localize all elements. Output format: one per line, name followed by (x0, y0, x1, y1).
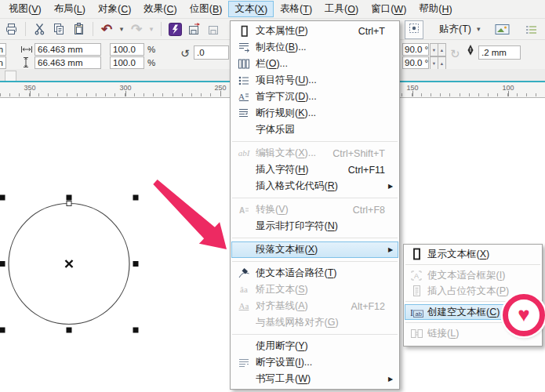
menu-item-label: 字体乐园 (256, 123, 385, 136)
ellipse-node[interactable] (67, 201, 71, 206)
text-menu-item-insert-character[interactable]: 插入字符(H)Ctrl+F11 (231, 162, 398, 178)
object-width-field[interactable]: 66.463 mm (35, 43, 101, 56)
text-menu-item-insert-formatting-code[interactable]: 插入格式化代码(R)▶ (231, 178, 398, 194)
menu-item-shortcut: Alt+F12 (351, 301, 388, 312)
text-menu-item-edit-text[interactable]: abI编辑文本(X)...Ctrl+Shift+T (231, 145, 398, 162)
copy-icon[interactable] (49, 20, 68, 38)
text-menu-item-align-to-baseline[interactable]: Aa对齐基线(A)Alt+F12 (231, 298, 398, 314)
undo-icon[interactable]: ↶ (97, 20, 116, 38)
menubar-item-9[interactable]: 窗口(W) (365, 1, 412, 17)
export-icon[interactable] (205, 20, 223, 38)
text-menu-item-hyphenation-settings[interactable]: 断字设置(I)... (231, 354, 398, 371)
hyphen-settings-icon (232, 358, 256, 368)
y-position-field[interactable]: n (0, 56, 6, 69)
menubar: 视图(V)布局(L)对象(C)效果(C)位图(B)文本(X)表格(T)工具(O)… (0, 0, 545, 19)
menu-separator (405, 262, 540, 267)
x-position-field[interactable]: m (0, 43, 6, 56)
menu-item-shortcut: Ctrl+Shift+T (332, 148, 388, 159)
ruler-major-tick (220, 91, 221, 96)
rotate-icon: ↺ (180, 47, 190, 60)
object-center-marker[interactable] (66, 260, 73, 267)
menu-item-label: 文本属性(P) (256, 24, 358, 38)
menu-separator (232, 138, 398, 145)
menubar-item-2[interactable]: 布局(L) (48, 1, 92, 17)
menu-item-label: 插入字符(H) (256, 163, 348, 176)
text-menu-item-straighten-text[interactable]: âa矫正文本(S) (231, 281, 398, 298)
scale-width-field[interactable]: 100.0 (110, 43, 144, 56)
outline-pen-icon (466, 44, 475, 56)
drop-cap-icon: A (232, 91, 256, 103)
object-width-icon (20, 45, 33, 53)
menu-item-label: 显示非打印字符(N) (256, 220, 385, 233)
menu-item-label: 断字设置(I)... (256, 356, 385, 369)
snap-to-button[interactable]: 贴齐(T) ▾ (434, 21, 485, 38)
toolbar-right-group: 贴齐(T) ▾ (405, 19, 542, 40)
text-menu-item-fit-text-to-path[interactable]: 使文本适合路径(T) (231, 265, 398, 281)
menubar-item-10[interactable]: 帮助(H) (412, 1, 458, 17)
document-tab-icon[interactable] (5, 71, 16, 82)
text-menu-item-show-nonprinting-characters[interactable]: 显示非打印字符(N) (231, 218, 398, 234)
text-menu-item-line-break-rules[interactable]: 断行规则(K)... (231, 105, 398, 122)
text-menu-item-text-properties[interactable]: 文本属性(P)Ctrl+T (231, 23, 398, 39)
menu-item-label: 转换(V) (256, 203, 353, 216)
straighten-text-icon: âa (232, 285, 256, 294)
object-height-field[interactable]: 66.463 mm (35, 56, 101, 69)
image-adjust-icon[interactable] (493, 20, 512, 39)
spinner-up-icon[interactable]: ▴ (438, 56, 446, 70)
menu-item-label: 使文本适合框架(I) (427, 269, 528, 282)
redo-dropdown-icon[interactable]: ▾ (147, 20, 156, 38)
menu-item-label: 对齐基线(A) (256, 299, 351, 313)
submenu-item-show-text-frame[interactable]: 显示文本框(X) (405, 246, 541, 262)
chevron-down-icon: ▾ (477, 26, 481, 33)
options-list-icon[interactable] (522, 20, 541, 39)
menu-item-label: 插入格式化代码(R) (256, 180, 385, 193)
menubar-item-5[interactable]: 位图(B) (183, 1, 229, 17)
menubar-item-1[interactable]: 视图(V) (2, 1, 48, 17)
text-menu-item-writing-tools[interactable]: 书写工具(W)▶ (231, 371, 398, 387)
submenu-arrow-icon: ▶ (388, 246, 398, 253)
coreldraw-window: 视图(V)布局(L)对象(C)效果(C)位图(B)文本(X)表格(T)工具(O)… (0, 0, 545, 392)
line-break-rules-icon (232, 107, 256, 119)
text-menu-item-tab-settings[interactable]: 制表位(B)... (231, 39, 398, 56)
submenu-item-fit-text-to-frame[interactable]: A使文本适合框架(I) (405, 267, 541, 283)
menu-item-label: 项目符号(U)... (256, 74, 385, 87)
menu-item-label: 使文本适合路径(T) (256, 267, 385, 280)
menubar-item-6[interactable]: 文本(X) (228, 1, 274, 17)
menubar-item-3[interactable]: 对象(C) (92, 1, 137, 17)
text-menu-item-use-hyphenation[interactable]: 使用断字(Y) (231, 338, 398, 354)
spinner-up-icon[interactable]: ▴ (438, 43, 446, 56)
text-menu-item-columns[interactable]: 栏(O)... (231, 56, 398, 72)
app-launcher-icon[interactable] (165, 20, 184, 38)
menu-item-label: 段落文本框(X) (256, 243, 385, 256)
toolbar-separator (161, 22, 162, 36)
outline-width-field[interactable]: .2 mm (478, 45, 521, 60)
text-menu-item-align-to-baseline-grid[interactable]: 与基线网格对齐(G) (231, 314, 398, 331)
import-icon[interactable] (185, 20, 204, 38)
text-menu-item-drop-cap[interactable]: A首字下沉(D)... (231, 89, 398, 105)
fit-text-to-path-icon (232, 267, 256, 280)
edit-text-icon: abI (232, 149, 256, 158)
menubar-item-4[interactable]: 效果(C) (137, 1, 183, 17)
convert-icon: A (232, 205, 256, 216)
undo-dropdown-icon[interactable]: ▾ (117, 20, 126, 38)
angle-bottom-field[interactable]: 90.0 ° (402, 56, 429, 69)
print-icon[interactable] (2, 20, 20, 38)
text-menu-item-convert[interactable]: A转换(V)Ctrl+F8 (231, 201, 398, 218)
redo-icon[interactable]: ↷ (127, 20, 146, 38)
angle-top-field[interactable]: 90.0 ° (402, 43, 429, 56)
ruler-major-tick (508, 91, 509, 96)
rotation-angle-field[interactable]: .0 (194, 45, 229, 60)
menu-item-label: 编辑文本(X)... (256, 147, 332, 160)
menu-item-label: 首字下沉(D)... (256, 90, 385, 103)
menu-item-label: 使用断字(Y) (256, 339, 385, 353)
menubar-item-8[interactable]: 工具(O) (318, 1, 365, 17)
text-menu-item-font-playground[interactable]: 字体乐园 (231, 122, 398, 138)
text-menu-item-bullets[interactable]: 项目符号(U)... (231, 72, 398, 89)
menubar-item-7[interactable]: 表格(T) (274, 1, 318, 17)
paste-icon[interactable] (69, 20, 88, 38)
scale-height-field[interactable]: 100.0 (110, 56, 144, 69)
menu-item-label: 栏(O)... (256, 57, 385, 71)
cut-icon[interactable] (30, 20, 49, 38)
text-menu-item-paragraph-text-frame[interactable]: 段落文本框(X)▶ (231, 241, 398, 258)
preview-toggle-button[interactable] (405, 20, 423, 39)
